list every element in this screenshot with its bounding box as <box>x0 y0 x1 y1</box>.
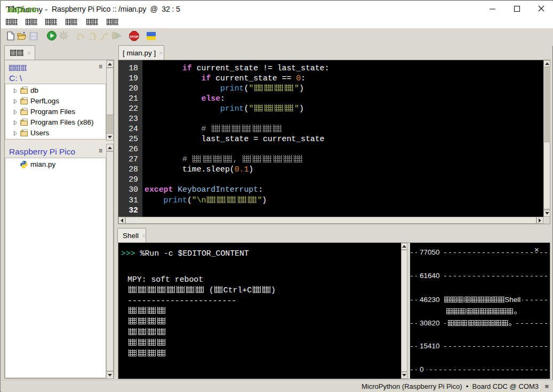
svg-text:STOP: STOP <box>130 35 139 38</box>
